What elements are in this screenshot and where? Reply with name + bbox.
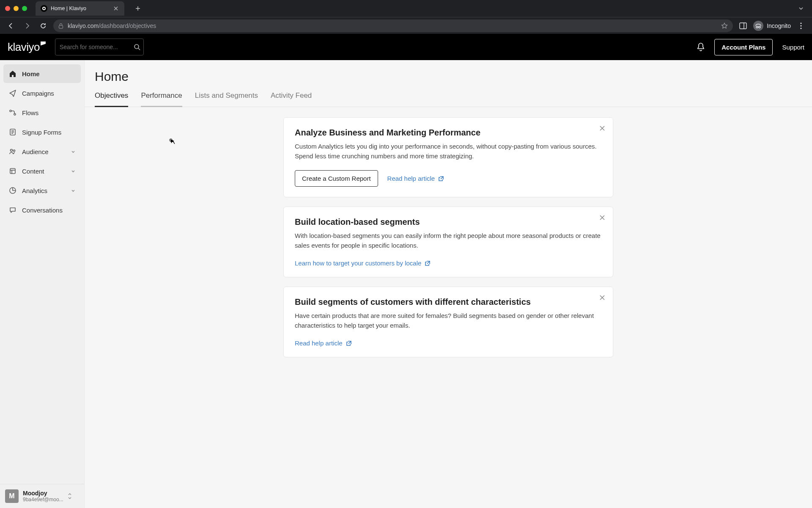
- sidebar-item-audience[interactable]: Audience: [3, 142, 81, 161]
- card-help-link[interactable]: Read help article: [387, 175, 444, 182]
- sidebar-item-signup-forms[interactable]: Signup Forms: [3, 123, 81, 141]
- search-box[interactable]: [55, 39, 144, 55]
- logo-flag-icon: [41, 41, 46, 46]
- tabs-menu-button[interactable]: [795, 3, 807, 14]
- svg-point-11: [134, 44, 139, 49]
- panel-toggle-icon[interactable]: [737, 20, 749, 32]
- tab-close-button[interactable]: [112, 5, 119, 12]
- window-controls: [5, 6, 27, 11]
- svg-rect-3: [740, 23, 746, 29]
- user-name: Moodjoy: [23, 490, 63, 497]
- account-plans-button[interactable]: Account Plans: [714, 39, 773, 55]
- objective-card: Build segments of customers with differe…: [283, 287, 613, 357]
- user-email: 9ba4e9ef@moo...: [23, 497, 63, 502]
- browser-chrome: Home | Klaviyo klaviyo.com/da: [0, 0, 812, 34]
- sidebar-item-label: Analytics: [22, 187, 47, 194]
- sidebar-item-conversations[interactable]: Conversations: [3, 201, 81, 219]
- browser-back-button[interactable]: [5, 20, 17, 32]
- browser-reload-button[interactable]: [37, 20, 49, 32]
- card-title: Build location-based segments: [295, 217, 602, 227]
- svg-point-5: [756, 26, 758, 28]
- card-body: With location-based segments you can eas…: [295, 231, 602, 250]
- sidebar-item-home[interactable]: Home: [3, 64, 81, 83]
- chevron-down-icon: [71, 149, 76, 154]
- card-help-link[interactable]: Read help article: [295, 340, 352, 347]
- tab-title: Home | Klaviyo: [51, 6, 109, 11]
- sidebar-user-footer[interactable]: M Moodjoy 9ba4e9ef@moo...: [0, 484, 84, 508]
- browser-tab[interactable]: Home | Klaviyo: [36, 1, 124, 16]
- sidebar-item-label: Home: [22, 70, 40, 77]
- tab-objectives[interactable]: Objectives: [95, 91, 128, 107]
- tab-performance[interactable]: Performance: [141, 91, 182, 107]
- content-icon: [8, 167, 17, 175]
- card-close-button[interactable]: [598, 293, 607, 302]
- svg-point-9: [800, 25, 801, 26]
- address-bar[interactable]: klaviyo.com/dashboard/objectives: [53, 19, 733, 32]
- browser-menu-button[interactable]: [795, 20, 807, 32]
- tab-favicon: [41, 5, 47, 12]
- card-title: Build segments of customers with differe…: [295, 297, 602, 307]
- app-header: klaviyo Account Plans Support: [0, 34, 812, 60]
- svg-point-13: [10, 110, 11, 112]
- card-primary-button[interactable]: Create a Custom Report: [295, 170, 378, 187]
- link-label: Learn how to target your customers by lo…: [295, 260, 421, 267]
- card-close-button[interactable]: [598, 213, 607, 222]
- app-root: klaviyo Account Plans Support HomeCampai…: [0, 34, 812, 508]
- card-body: Custom Analytics lets you dig into your …: [295, 142, 602, 161]
- sidebar-item-label: Flows: [22, 109, 38, 116]
- bookmark-star-icon[interactable]: [721, 22, 728, 29]
- incognito-badge[interactable]: Incognito: [753, 21, 791, 31]
- chevron-down-icon: [71, 168, 76, 174]
- window-close-button[interactable]: [5, 6, 10, 11]
- svg-point-14: [14, 113, 16, 115]
- card-actions: Create a Custom ReportRead help article: [295, 170, 602, 187]
- svg-point-8: [800, 22, 801, 24]
- card-actions: Read help article: [295, 340, 602, 347]
- sidebar-item-label: Audience: [22, 148, 49, 155]
- form-icon: [8, 128, 17, 136]
- objective-card: Build location-based segmentsWith locati…: [283, 207, 613, 277]
- sidebar-nav: HomeCampaignsFlowsSignup FormsAudienceCo…: [0, 60, 84, 224]
- flow-icon: [8, 108, 17, 117]
- browser-forward-button[interactable]: [21, 20, 33, 32]
- window-maximize-button[interactable]: [22, 6, 27, 11]
- sidebar-item-content[interactable]: Content: [3, 162, 81, 180]
- chat-icon: [8, 206, 17, 214]
- svg-point-10: [800, 28, 801, 29]
- external-link-icon: [346, 340, 352, 346]
- user-menu-toggle[interactable]: [68, 493, 72, 500]
- notifications-bell-icon[interactable]: [697, 42, 705, 52]
- analytics-icon: [8, 186, 17, 195]
- support-link[interactable]: Support: [782, 44, 804, 51]
- tab-lists-and-segments[interactable]: Lists and Segments: [195, 91, 258, 107]
- tabs: ObjectivesPerformanceLists and SegmentsA…: [85, 91, 812, 107]
- paper-plane-icon: [8, 89, 17, 97]
- cards-container: Analyze Business and Marketing Performan…: [275, 117, 622, 357]
- card-actions: Learn how to target your customers by lo…: [295, 260, 602, 267]
- sidebar-item-flows[interactable]: Flows: [3, 103, 81, 122]
- logo[interactable]: klaviyo: [8, 41, 46, 54]
- sidebar-item-label: Signup Forms: [22, 129, 61, 136]
- sidebar-item-analytics[interactable]: Analytics: [3, 181, 81, 200]
- logo-text: klaviyo: [8, 41, 40, 54]
- new-tab-button[interactable]: [132, 3, 144, 14]
- audience-icon: [8, 147, 17, 156]
- objective-card: Analyze Business and Marketing Performan…: [283, 117, 613, 197]
- url-text: klaviyo.com/dashboard/objectives: [68, 22, 156, 29]
- window-minimize-button[interactable]: [14, 6, 19, 11]
- card-help-link[interactable]: Learn how to target your customers by lo…: [295, 260, 431, 267]
- sidebar: HomeCampaignsFlowsSignup FormsAudienceCo…: [0, 60, 85, 508]
- search-input[interactable]: [60, 44, 134, 50]
- card-close-button[interactable]: [598, 124, 607, 133]
- search-icon[interactable]: [134, 44, 140, 50]
- external-link-icon: [438, 176, 444, 182]
- card-title: Analyze Business and Marketing Performan…: [295, 128, 602, 138]
- sidebar-item-label: Conversations: [22, 207, 63, 214]
- main: Home ObjectivesPerformanceLists and Segm…: [85, 60, 812, 508]
- svg-point-1: [43, 8, 45, 9]
- svg-rect-2: [59, 25, 63, 28]
- tab-activity-feed[interactable]: Activity Feed: [271, 91, 312, 107]
- external-link-icon: [425, 260, 431, 266]
- sidebar-item-campaigns[interactable]: Campaigns: [3, 84, 81, 102]
- link-label: Read help article: [295, 340, 343, 347]
